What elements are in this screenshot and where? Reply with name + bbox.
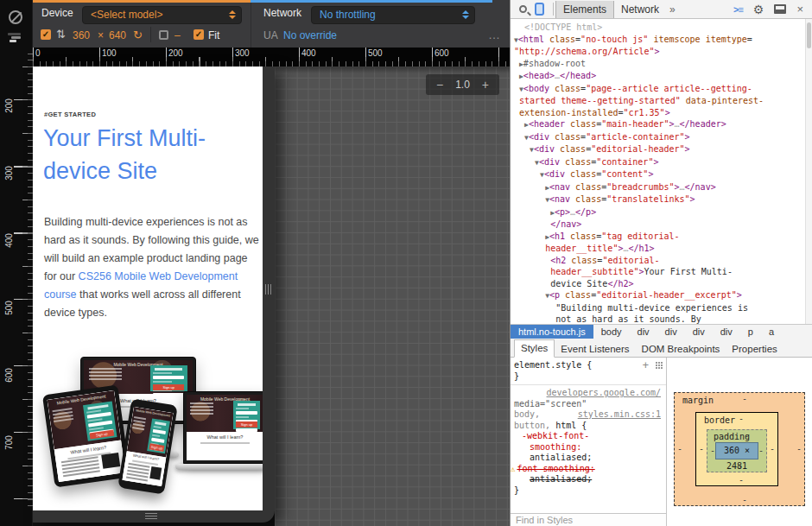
ruler-label: 700 (4, 428, 14, 458)
ruler-label: 600 (4, 361, 14, 390)
elements-tree-line[interactable]: ▶<head>…</head> (514, 70, 812, 83)
find-in-styles-input[interactable]: Find in Styles (511, 513, 666, 526)
elements-tree-line[interactable]: header__title">…</h1> (514, 243, 812, 255)
elements-tree-line[interactable]: ▶<nav class="breadcrumbs">…</nav> (514, 181, 812, 194)
elements-tree-line[interactable]: extension-installed="cr1.35"> (514, 107, 812, 119)
network-throttle-icon[interactable] (8, 33, 25, 43)
scrollbar-thumb[interactable] (807, 22, 811, 48)
breadcrumb-item[interactable]: div (713, 325, 740, 339)
page-excerpt: Building multi-device experiences is not… (44, 213, 260, 322)
breadcrumb-item[interactable]: div (685, 325, 713, 339)
device-mode-icon[interactable] (535, 3, 544, 16)
breadcrumb-item[interactable]: div (630, 325, 657, 339)
box-model-border[interactable]: border - - - - padding - - - - 360 × 248… (695, 412, 778, 486)
device-model-select[interactable]: <Select model> (82, 6, 242, 24)
mini-hero-text (89, 368, 122, 382)
tab-elements[interactable]: Elements (555, 1, 614, 18)
devices-illustration: Mobile Web DevelopmentSign upWhat will I… (33, 352, 263, 510)
margin-label: margin (682, 396, 714, 405)
elements-tree-line[interactable]: "http://schema.org/Article"> (514, 46, 812, 58)
toolbar-overflow-dots[interactable]: … (488, 28, 501, 41)
elements-tree-line[interactable]: ▼<body class="page--article article--get… (514, 83, 812, 96)
mini-form-label (153, 372, 171, 374)
mini-body-section: What will I learn? (187, 432, 263, 460)
tab-network[interactable]: Network (614, 1, 666, 18)
elements-tree-line[interactable]: not as hard as it sounds. By (514, 314, 812, 324)
elements-tree: <!DOCTYPE html>▼<html class="no-touch js… (511, 19, 812, 324)
screencast-icon[interactable] (159, 30, 168, 40)
elements-tree-line[interactable]: ▼<div class="container"> (514, 156, 812, 169)
mini-form-label (87, 418, 102, 421)
elements-tree-line[interactable]: ▶<header class="main-header">…</header> (514, 118, 812, 131)
mini-image-block (150, 466, 162, 480)
reset-resolution-icon[interactable]: ↻ (133, 29, 143, 41)
search-icon[interactable] (519, 5, 527, 13)
block-overrides-icon[interactable] (9, 10, 22, 24)
ua-override-value[interactable]: No override (283, 29, 337, 41)
element-state-icon[interactable] (656, 362, 663, 369)
elements-tree-line[interactable]: </nav> (514, 219, 812, 231)
tab-dom-breakpoints[interactable]: DOM Breakpoints (636, 341, 726, 358)
device-stage: − 1.0 + #GET STARTED Your First Multi-de… (33, 67, 510, 526)
console-drawer-icon[interactable]: >≡ (733, 4, 743, 15)
elements-tree-line[interactable]: ▶<p>…</p> (514, 206, 812, 219)
breadcrumb-item[interactable]: a (761, 325, 782, 339)
zoom-in-button[interactable]: + (482, 78, 489, 92)
tab-properties[interactable]: Properties (726, 341, 783, 358)
css-value[interactable]: antialiased; (511, 453, 666, 464)
network-throttling-select[interactable]: No throttling (311, 6, 475, 24)
breadcrumb-item[interactable]: body (593, 325, 630, 339)
metrics-pane: margin - - - - border - - - - padding - (666, 358, 812, 526)
toolbar-divider (553, 3, 554, 16)
css-file-link[interactable]: styles.min.css:1 (578, 409, 661, 419)
elements-tree-line[interactable]: <h2 class="editorial- (514, 255, 812, 267)
elements-tree-line[interactable]: ▼<div class="editorial-header"> (514, 143, 812, 156)
laptop-illustration: Mobile Web DevelopmentSign upWhat will I… (175, 391, 263, 476)
elements-tree-line[interactable]: header__subtitle">Your First Multi- (514, 266, 812, 278)
css-property[interactable]: smoothing: (511, 442, 666, 453)
device-width-resize-handle[interactable] (265, 284, 272, 295)
mini-section-heading: What will I learn? (187, 432, 263, 440)
box-model-padding[interactable]: padding - - - - 360 × 2481 (707, 429, 767, 472)
elements-tree-line[interactable]: ▼<div class="article-container"> (514, 131, 812, 144)
ruler-label: 600 (435, 48, 449, 58)
breadcrumb-item[interactable]: html.no-touch.js (511, 325, 593, 339)
resolution-width[interactable]: 360 (73, 29, 90, 41)
elements-tree-line[interactable]: ▼<p class="editorial-header__excerpt"> (514, 289, 812, 302)
dock-side-icon[interactable] (774, 4, 786, 14)
more-tabs-chevron[interactable]: » (669, 3, 676, 16)
elements-tree-line[interactable]: ▶#shadow-root (514, 58, 812, 71)
elements-tree-line[interactable]: ▼<div class="content"> (514, 168, 812, 181)
tab-styles[interactable]: Styles (514, 339, 555, 358)
elements-tree-line[interactable]: ▶<h1 class="tag editorial- (514, 231, 812, 244)
close-devtools-icon[interactable]: × (796, 3, 803, 16)
fit-checkbox[interactable]: ✓ (193, 29, 204, 40)
mini-image-block (101, 453, 120, 469)
css-property[interactable]: -webkit-font- (511, 431, 666, 442)
tab-event-listeners[interactable]: Event Listeners (555, 341, 635, 358)
elements-tree-line[interactable]: ▼<html class="no-touch js" itemscope ite… (514, 34, 812, 47)
elements-tree-line[interactable]: started theme--getting-started" data-pin… (514, 95, 812, 107)
elements-tree-line[interactable]: <!DOCTYPE html> (514, 22, 812, 34)
box-model-margin[interactable]: margin - - - - border - - - - padding - (674, 392, 805, 506)
mini-body-section: What will I learn? (123, 451, 167, 486)
mini-signup-form: Sign up (148, 419, 170, 453)
invalid-css-property[interactable]: ⚠font-smoothing: (511, 464, 666, 475)
breadcrumb-item[interactable]: p (740, 325, 761, 339)
mini-form-label (152, 434, 160, 437)
box-model-content-size[interactable]: 360 × 2481 (715, 442, 758, 459)
device-height-resize-handle[interactable] (145, 513, 157, 520)
elements-tree-line[interactable]: "Building multi-device experiences is (514, 302, 812, 314)
element-style-rule[interactable]: + element.style { (511, 358, 666, 371)
elements-tree-line[interactable]: ▼<nav class="translatelinks"> (514, 193, 812, 206)
dpr-value[interactable]: – (174, 29, 181, 41)
resolution-height[interactable]: 640 (109, 29, 126, 41)
swap-dimensions-icon[interactable]: ⇅ (56, 28, 66, 41)
emulate-resolution-checkbox[interactable]: ✓ (41, 29, 51, 40)
elements-tree-line[interactable]: device Site</h2> (514, 278, 812, 290)
new-rule-plus-icon[interactable]: + (643, 361, 649, 370)
settings-gear-icon[interactable]: ⚙ (753, 3, 764, 16)
breadcrumb-item[interactable]: div (657, 325, 685, 339)
stylesheet-source-link[interactable]: developers.google.com/ (547, 388, 661, 397)
zoom-out-button[interactable]: − (436, 78, 443, 92)
